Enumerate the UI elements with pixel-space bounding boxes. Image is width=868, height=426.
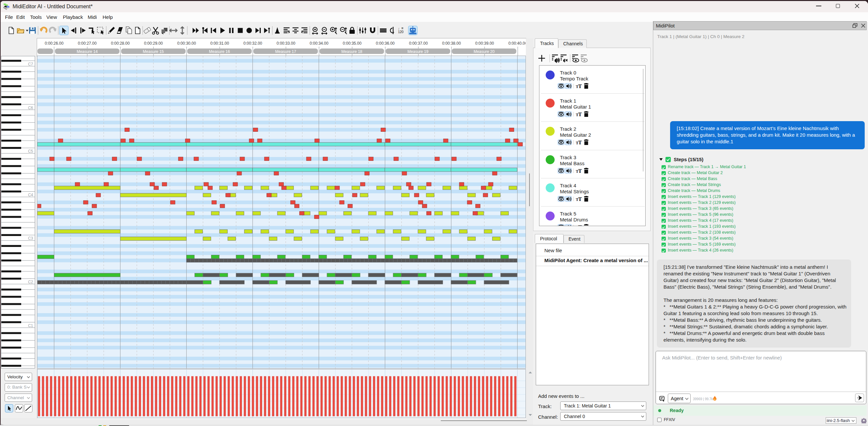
svg-text:0:00:35.00: 0:00:35.00 — [343, 41, 362, 46]
svg-text:T: T — [578, 168, 582, 174]
svg-text:120: 120 — [398, 30, 404, 34]
svg-text:Measure 19: Measure 19 — [407, 49, 429, 54]
svg-text:Measure 20: Measure 20 — [473, 49, 495, 54]
svg-text:0:00:39.00: 0:00:39.00 — [475, 41, 494, 46]
svg-text:Measure 15: Measure 15 — [143, 49, 164, 54]
svg-text:0:00:32.00: 0:00:32.00 — [244, 41, 262, 46]
svg-text:T: T — [578, 111, 582, 118]
svg-text:0:00:37.00: 0:00:37.00 — [409, 41, 428, 46]
svg-text:0:00:30.00: 0:00:30.00 — [177, 41, 196, 46]
svg-text:0:00:40.00: 0:00:40.00 — [508, 41, 526, 46]
svg-text:0:00:34.00: 0:00:34.00 — [310, 41, 329, 46]
svg-text:T: T — [578, 83, 582, 89]
svg-text:Measure 14: Measure 14 — [77, 49, 98, 54]
svg-text:Measure 17: Measure 17 — [275, 49, 297, 54]
svg-text:0:00:28.00: 0:00:28.00 — [111, 41, 130, 46]
svg-text:T: T — [578, 139, 582, 146]
svg-text:0:00:38.00: 0:00:38.00 — [442, 41, 461, 46]
svg-text:0:00:27.00: 0:00:27.00 — [78, 41, 97, 46]
svg-text:0:00:26.00: 0:00:26.00 — [45, 41, 64, 46]
svg-text:0:00:33.00: 0:00:33.00 — [277, 41, 296, 46]
svg-text:Measure 16: Measure 16 — [209, 49, 230, 54]
svg-text:0:00:36.00: 0:00:36.00 — [376, 41, 395, 46]
svg-text:♩=: ♩= — [398, 27, 403, 30]
svg-text:0:00:29.00: 0:00:29.00 — [144, 41, 163, 46]
svg-text:0:00:31.00: 0:00:31.00 — [210, 41, 229, 46]
svg-text:T: T — [578, 224, 582, 226]
svg-text:Measure 18: Measure 18 — [341, 49, 362, 54]
svg-text:T: T — [578, 196, 582, 202]
